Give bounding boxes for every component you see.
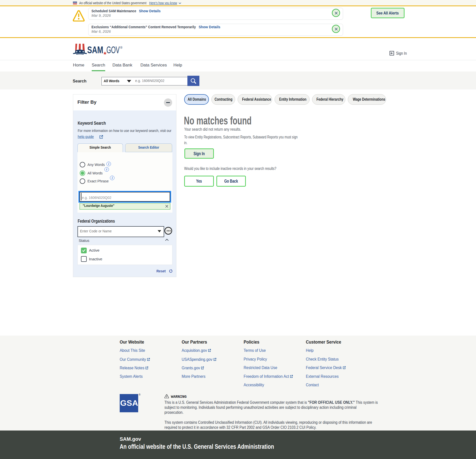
svg-text:SAM: SAM bbox=[87, 44, 103, 55]
svg-text:®: ® bbox=[120, 46, 122, 49]
svg-text:GOV: GOV bbox=[106, 44, 120, 55]
